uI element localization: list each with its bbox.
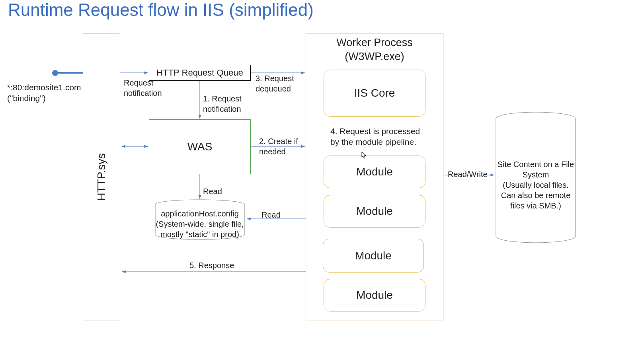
fs-line4: Can also be remote <box>501 191 571 200</box>
httpsys-box: HTTP.sys <box>83 33 120 321</box>
label-step2: 2. Create if needed <box>259 136 303 157</box>
module-box-2: Module <box>324 195 425 228</box>
fs-line3: (Usually local files. <box>503 181 569 189</box>
label-read-worker: Read <box>261 210 281 220</box>
pipeline-note: 4. Request is processed by the module pi… <box>330 126 430 148</box>
label-step1: 1. Request notification <box>203 93 251 114</box>
was-label: WAS <box>187 140 213 153</box>
module-label: Module <box>356 165 393 178</box>
fs-line1: Site Content on a File <box>498 160 574 169</box>
module-label: Module <box>355 249 392 262</box>
was-box: WAS <box>149 119 251 174</box>
label-read-was: Read <box>203 186 222 197</box>
iis-core-box: IIS Core <box>324 70 425 117</box>
diagram-canvas: Runtime Request flow in IIS (simplified)… <box>0 0 638 364</box>
label-readwrite: Read/Write <box>448 169 488 179</box>
label-step3: 3. Request dequeued <box>256 73 303 94</box>
binding-line2: ("binding") <box>7 93 46 103</box>
binding-label: *:80:demosite1.com ("binding") <box>7 82 81 104</box>
fs-line5: files via SMB.) <box>510 201 561 210</box>
worker-process-title: Worker Process (W3WP.exe) <box>306 36 443 64</box>
apphost-line1: applicationHost.config <box>161 209 239 218</box>
http-request-queue-label: HTTP Request Queue <box>156 68 243 78</box>
cursor-icon <box>361 152 367 160</box>
worker-title-line2: (W3WP.exe) <box>345 51 404 62</box>
label-request-notification: Request notification <box>124 78 164 98</box>
module-box-3: Module <box>323 239 424 273</box>
apphost-line2: (System-wide, single file, <box>156 220 244 228</box>
httpsys-label: HTTP.sys <box>95 153 108 200</box>
apphost-line3: mostly "static" in prod) <box>160 230 239 239</box>
entry-endpoint-icon <box>52 70 58 76</box>
apphost-config-text: applicationHost.config (System-wide, sin… <box>154 208 245 239</box>
fs-line2: System <box>523 170 549 179</box>
module-box-1: Module <box>324 156 425 188</box>
worker-title-line1: Worker Process <box>336 37 413 49</box>
module-label: Module <box>356 205 393 218</box>
module-box-4: Module <box>324 279 425 311</box>
iis-core-label: IIS Core <box>354 87 395 99</box>
http-request-queue-box: HTTP Request Queue <box>149 65 251 81</box>
filesystem-text: Site Content on a File System (Usually l… <box>495 159 576 211</box>
binding-line1: *:80:demosite1.com <box>7 83 81 92</box>
page-title: Runtime Request flow in IIS (simplified) <box>8 0 314 20</box>
module-label: Module <box>356 289 393 302</box>
label-step5: 5. Response <box>189 260 234 271</box>
